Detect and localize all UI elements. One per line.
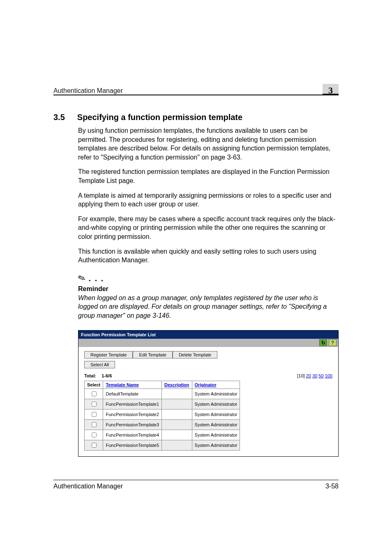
footer-title: Authentication Manager (53, 483, 123, 490)
cell-originator: System Administrator (192, 440, 240, 450)
total-value: 1-6/6 (101, 373, 112, 378)
cell-template-name: FuncPermissionTemplate3 (103, 419, 162, 430)
paragraph: The registered function permission templ… (78, 167, 339, 185)
footer-rule (53, 480, 339, 480)
template-list-panel: Function Permission Template List ↻ ? Re… (78, 330, 339, 457)
pager-option[interactable]: 20 (306, 373, 311, 378)
paragraph: For example, there may be cases where a … (78, 215, 339, 241)
table-row: FuncPermissionTemplate2 System Administr… (85, 409, 240, 419)
table-row: FuncPermissionTemplate4 System Administr… (85, 430, 240, 440)
cell-template-name: DefaultTemplate (103, 388, 162, 399)
pager-option[interactable]: 50 (318, 373, 323, 378)
cell-template-name: FuncPermissionTemplate2 (103, 409, 162, 419)
help-icon[interactable]: ? (329, 339, 337, 346)
page-size-pager: [10] 20 30 50 100 (297, 373, 332, 378)
col-description[interactable]: Description (162, 381, 192, 388)
paragraph: A template is aimed at temporarily assig… (78, 191, 339, 209)
cell-description (162, 399, 192, 409)
cell-originator: System Administrator (192, 409, 240, 419)
paragraph: By using function permission templates, … (78, 126, 339, 162)
section-number: 3.5 (53, 113, 65, 122)
note-icon: ✎ . . . (78, 273, 339, 284)
register-template-button[interactable]: Register Template (84, 351, 133, 358)
reminder-heading: Reminder (78, 285, 339, 293)
panel-title: Function Permission Template List (78, 331, 338, 339)
cell-template-name: FuncPermissionTemplate4 (103, 430, 162, 440)
pager-option[interactable]: 100 (325, 373, 332, 378)
cell-description (162, 419, 192, 430)
total-label: Total: (84, 373, 96, 378)
cell-originator: System Administrator (192, 430, 240, 440)
cell-description (162, 409, 192, 419)
select-all-button[interactable]: Select All (84, 361, 115, 368)
refresh-icon[interactable]: ↻ (319, 339, 327, 346)
col-select: Select (85, 381, 103, 388)
template-table: Select Template Name Description Origina… (84, 381, 240, 451)
cell-originator: System Administrator (192, 388, 240, 399)
col-template-name[interactable]: Template Name (103, 381, 162, 388)
pager-option[interactable]: 30 (312, 373, 317, 378)
running-header-title: Authentication Manager (53, 87, 123, 95)
delete-template-button[interactable]: Delete Template (173, 351, 217, 358)
row-checkbox[interactable] (92, 422, 97, 427)
cell-originator: System Administrator (192, 419, 240, 430)
table-row: DefaultTemplate System Administrator (85, 388, 240, 399)
cell-template-name: FuncPermissionTemplate1 (103, 399, 162, 409)
cell-originator: System Administrator (192, 399, 240, 409)
row-checkbox[interactable] (92, 391, 97, 396)
pager-current: 10 (298, 373, 303, 378)
col-originator[interactable]: Originator (192, 381, 240, 388)
cell-description (162, 388, 192, 399)
section-title: Specifying a function permission templat… (77, 113, 242, 122)
reminder-body: When logged on as a group manager, only … (78, 294, 339, 320)
table-row: FuncPermissionTemplate5 System Administr… (85, 440, 240, 450)
row-checkbox[interactable] (92, 443, 97, 448)
row-checkbox[interactable] (92, 402, 97, 407)
row-checkbox[interactable] (92, 412, 97, 417)
cell-description (162, 440, 192, 450)
chapter-number: 3 (328, 86, 333, 95)
cell-description (162, 430, 192, 440)
cell-template-name: FuncPermissionTemplate5 (103, 440, 162, 450)
table-row: FuncPermissionTemplate1 System Administr… (85, 399, 240, 409)
chapter-badge: 3 (323, 84, 339, 95)
table-row: FuncPermissionTemplate3 System Administr… (85, 419, 240, 430)
footer-page: 3-58 (325, 483, 339, 490)
header-rule (53, 95, 339, 95)
row-checkbox[interactable] (92, 432, 97, 437)
paragraph: This function is available when quickly … (78, 247, 339, 265)
edit-template-button[interactable]: Edit Template (133, 351, 172, 358)
